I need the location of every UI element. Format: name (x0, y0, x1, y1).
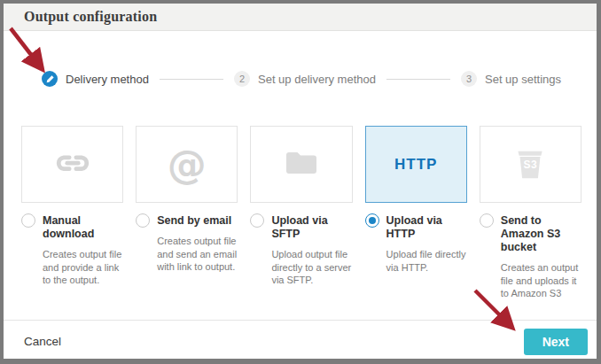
card-upload-sftp[interactable] (250, 126, 352, 203)
card-upload-http[interactable]: HTTP (365, 126, 467, 203)
card-amazon-s3[interactable]: S3 (480, 126, 581, 203)
s3-bucket-icon: S3 (515, 150, 545, 180)
option-upload-http[interactable]: Upload via HTTP Upload file directly via… (365, 213, 467, 300)
option-title: Upload via SFTP (271, 213, 352, 241)
step-number-badge: 2 (234, 71, 250, 87)
stepper-connector (386, 79, 450, 80)
delivery-method-cards: @ HTTP S3 (21, 126, 581, 203)
option-title: Send by email (157, 213, 238, 228)
http-card-label: HTTP (394, 156, 437, 174)
output-configuration-dialog: Output configuration Delivery method 2 S… (4, 4, 597, 359)
radio-manual-download[interactable] (21, 213, 35, 228)
step-setup-delivery-method: 2 Set up delivery method (234, 71, 376, 87)
option-upload-sftp[interactable]: Upload via SFTP Upload output file direc… (250, 213, 352, 300)
stepper-connector (160, 79, 223, 80)
pencil-icon (42, 71, 58, 87)
dialog-title: Output configuration (24, 9, 157, 25)
stepper: Delivery method 2 Set up delivery method… (42, 71, 561, 87)
step-label: Delivery method (66, 73, 149, 86)
option-description: Creates output file and provide a link t… (43, 248, 123, 287)
option-description: Creates output file and send an email wi… (157, 235, 238, 274)
radio-send-by-email[interactable] (136, 213, 150, 228)
at-icon: @ (168, 145, 207, 184)
radio-upload-http[interactable] (365, 213, 379, 228)
dialog-footer: Cancel Next (4, 320, 597, 359)
radio-amazon-s3[interactable] (480, 213, 494, 228)
option-title: Manual download (43, 213, 123, 241)
s3-bucket-label: S3 (524, 159, 538, 171)
delivery-method-options: Manual download Creates output file and … (21, 213, 581, 300)
option-manual-download[interactable]: Manual download Creates output file and … (21, 213, 123, 300)
option-send-by-email[interactable]: Send by email Creates output file and se… (136, 213, 238, 300)
card-send-by-email[interactable]: @ (136, 126, 238, 203)
step-label: Set up delivery method (258, 73, 376, 86)
option-description: Upload output file directly to a server … (271, 248, 352, 287)
option-description: Upload file directly via HTTP. (386, 248, 467, 274)
dialog-header: Output configuration (4, 4, 597, 31)
step-label: Set up settings (485, 73, 561, 86)
step-number-badge: 3 (461, 71, 477, 87)
screenshot-frame: Output configuration Delivery method 2 S… (0, 0, 601, 364)
cancel-button[interactable]: Cancel (24, 335, 61, 348)
link-icon (52, 152, 93, 177)
next-button[interactable]: Next (524, 329, 588, 355)
step-delivery-method: Delivery method (42, 71, 149, 87)
radio-upload-sftp[interactable] (250, 213, 264, 228)
folder-icon (284, 150, 319, 180)
option-description: Creates an output file and uploads it to… (501, 261, 581, 300)
option-title: Upload via HTTP (386, 213, 467, 241)
step-setup-settings: 3 Set up settings (461, 71, 561, 87)
option-amazon-s3[interactable]: Send to Amazon S3 bucket Creates an outp… (480, 213, 581, 300)
card-manual-download[interactable] (21, 126, 123, 203)
option-title: Send to Amazon S3 bucket (501, 213, 581, 254)
